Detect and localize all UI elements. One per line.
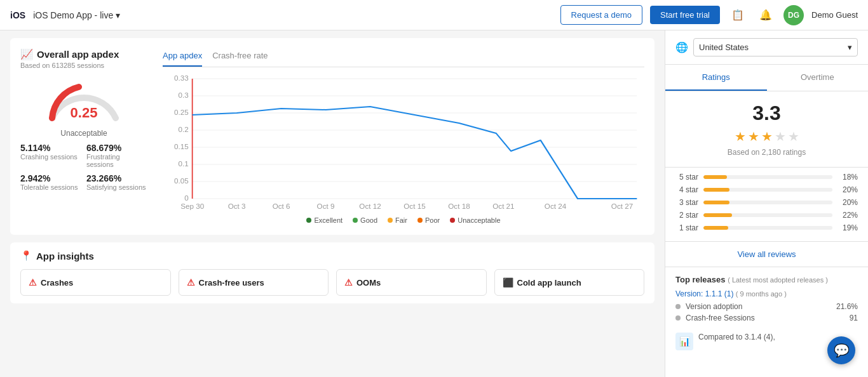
compared-text: Compared to 3.1.4 (4), [698,333,775,341]
chevron-down-icon: ▾ [848,43,852,52]
country-label: United States [699,43,749,52]
good-dot [353,218,358,223]
compared-icon: 📊 [675,333,693,350]
request-demo-button[interactable]: Request a demo [560,5,642,25]
ooms-label: OOMs [356,278,381,288]
content-area: 📈 Overall app apdex Based on 613285 sess… [0,30,665,377]
rating-value: 3.3 [675,102,858,125]
insights-title-text: App insights [36,251,94,261]
legend-good-label: Good [360,216,377,224]
sidebar-tabs: Ratings Overtime [665,65,868,91]
star-3-label: 3 star [675,198,698,207]
release-row-crash-free: Crash-free Sessions 91 [675,314,858,322]
svg-text:Oct 12: Oct 12 [359,203,381,210]
tab-overtime[interactable]: Overtime [767,65,869,91]
svg-text:Oct 9: Oct 9 [317,203,335,210]
chat-button[interactable]: 💬 [827,336,855,364]
star-2-pct: 22% [837,211,858,220]
alert-icon-crashes: ⚠ [29,277,37,288]
svg-text:0.33: 0.33 [174,75,189,82]
star-5-label: 5 star [675,173,698,182]
crash-free-label: Crash-free users [199,278,264,288]
apdex-chart-svg: 0.33 0.3 0.25 0.2 0.15 0.1 0.05 0 [163,72,644,212]
top-releases-subtitle: ( Latest most adopted releases ) [728,276,828,284]
svg-text:Oct 18: Oct 18 [448,203,470,210]
stat-crashing-label: Crashing sessions [20,153,81,161]
tab-ratings[interactable]: Ratings [665,65,767,91]
start-trial-button[interactable]: Start free trial [650,6,720,24]
adoption-dot [675,304,681,309]
insight-card-cold-app-launch[interactable]: ⬛ Cold app launch [494,269,645,296]
poor-dot [417,218,423,223]
star-3-bar-bg [703,201,832,204]
insight-card-ooms[interactable]: ⚠ OOMs [336,269,487,296]
crash-free-dot [675,315,681,321]
svg-text:Oct 27: Oct 27 [611,203,633,210]
stats-grid: 5.114% Crashing sessions 68.679% Frustra… [20,143,147,191]
user-name: Demo Guest [811,10,858,20]
apdex-subtitle: Based on 613285 sessions [20,62,147,69]
insight-card-crash-free-users[interactable]: ⚠ Crash-free users [179,269,329,296]
fair-dot [388,218,393,223]
gauge-container: 0.25 [20,77,147,121]
crash-free-sessions-value: 91 [850,314,858,322]
stat-crashing: 5.114% Crashing sessions [20,143,81,168]
notes-icon[interactable]: 📋 [728,5,748,25]
star-1-bar-fill [703,226,728,230]
chevron-down-icon: ▾ [116,10,120,20]
svg-text:Oct 15: Oct 15 [403,203,425,210]
star-4-pct: 20% [837,185,858,194]
star-3-bar-fill [703,201,729,204]
svg-text:0.1: 0.1 [179,161,189,168]
tab-app-apdex[interactable]: App apdex [163,48,202,67]
star-1-label: 1 star [675,223,698,232]
legend-unacceptable-label: Unacceptable [458,216,500,224]
app-name: iOS Demo App - live [33,10,113,20]
legend-fair-label: Fair [395,216,407,224]
gauge-value: 0.25 [46,105,122,121]
stat-tolerable-label: Tolerable sessions [20,183,81,191]
svg-text:0.05: 0.05 [174,178,189,185]
version-text: Version: 1.1.1 (1) [675,289,733,298]
apdex-left-panel: 📈 Overall app apdex Based on 613285 sess… [20,48,147,225]
crashes-card-title: ⚠ Crashes [29,277,163,288]
alert-icon-ooms: ⚠ [344,277,353,288]
svg-text:0.3: 0.3 [179,92,189,99]
country-select[interactable]: United States ▾ [693,38,858,56]
stat-satisfying-label: Satisfying sessions [86,183,147,191]
insight-card-crashes[interactable]: ⚠ Crashes [20,269,171,296]
view-all-reviews-link[interactable]: View all reviews [665,242,868,267]
release-row-adoption: Version adoption 21.6% [675,302,858,311]
star-3-pct: 20% [837,198,858,207]
tab-crash-free-rate[interactable]: Crash-free rate [212,48,268,67]
avatar[interactable]: DG [783,5,804,25]
star-2: ★ [748,129,759,144]
cold-launch-card-title: ⬛ Cold app launch [503,277,637,288]
star-row-4: 4 star 20% [675,185,858,194]
star-row-3: 3 star 20% [675,198,858,207]
star-bars: 5 star 18% 4 star 20% 3 star 20% [665,168,868,242]
main-layout: 📈 Overall app apdex Based on 613285 sess… [0,30,868,377]
stat-frustrating: 68.679% Frustrating sessions [86,143,147,168]
top-releases-title-text: Top releases [675,275,726,284]
chart-tabs: App apdex Crash-free rate [163,48,644,67]
stars-row: ★ ★ ★ ★ ★ [675,129,858,144]
bell-icon[interactable]: 🔔 [756,5,776,25]
stat-tolerable: 2.942% Tolerable sessions [20,173,81,191]
star-5-bar-fill [703,175,727,179]
legend-poor: Poor [417,216,440,224]
star-4: ★ [775,129,786,144]
star-1-bar-bg [703,226,832,230]
star-4-bar-fill [703,188,729,192]
star-1: ★ [735,129,746,144]
insights-cards: ⚠ Crashes ⚠ Crash-free users ⚠ OOMs [20,269,644,296]
insights-section: 📍 App insights ⚠ Crashes ⚠ Crash-free us… [10,242,654,303]
right-sidebar: 🌐 United States ▾ Ratings Overtime 3.3 ★… [665,30,868,377]
star-row-2: 2 star 22% [675,211,858,220]
star-5-pct: 18% [837,173,858,182]
star-row-5: 5 star 18% [675,173,858,182]
svg-text:0.2: 0.2 [179,126,189,133]
stat-crashing-value: 5.114% [20,143,81,153]
app-selector[interactable]: iOS Demo App - live ▾ [33,10,120,20]
svg-text:Oct 24: Oct 24 [545,203,566,210]
